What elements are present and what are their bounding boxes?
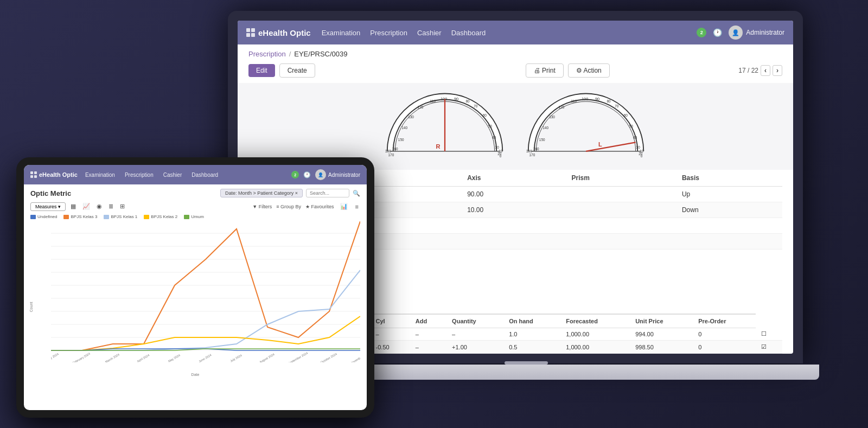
- admin-label: Administrator: [746, 29, 784, 36]
- tablet-chat-badge[interactable]: 2: [291, 171, 299, 178]
- logo-dot: [251, 33, 255, 37]
- next-button[interactable]: ›: [773, 65, 782, 76]
- tablet-nav-dashboard[interactable]: Dashboard: [192, 172, 218, 178]
- forecasted-cell: 994.00: [630, 328, 693, 341]
- logo-dot: [30, 171, 33, 174]
- axis-cell: 90.00: [459, 187, 564, 202]
- favourites-button[interactable]: ★ Favourites: [305, 204, 334, 209]
- logo-dot: [34, 175, 37, 178]
- nav-examination[interactable]: Examination: [322, 29, 361, 37]
- svg-text:120: 120: [418, 105, 424, 109]
- nav-prescription[interactable]: Prescription: [370, 29, 407, 37]
- svg-text:May 2024: May 2024: [168, 354, 181, 362]
- pagination-text: 17 / 22: [738, 67, 758, 74]
- svg-text:July 2024: July 2024: [229, 354, 242, 362]
- measures-button[interactable]: Measures ▾: [30, 202, 66, 211]
- svg-text:150: 150: [398, 138, 404, 142]
- basis-cell: Up: [674, 187, 782, 202]
- sph-cell: –: [371, 328, 410, 341]
- table-icon[interactable]: ≣: [107, 202, 115, 211]
- create-button[interactable]: Create: [279, 63, 315, 78]
- pivot-icon[interactable]: ⊞: [118, 202, 126, 211]
- tablet-screen: eHealth Optic Examination Prescription C…: [24, 165, 367, 410]
- legend-label: BPJS Kelas 2: [151, 214, 177, 219]
- svg-text:October 2024: October 2024: [320, 352, 337, 362]
- svg-text:70: 70: [615, 104, 619, 108]
- nav-dashboard[interactable]: Dashboard: [451, 29, 486, 37]
- tablet-logo-grid: [30, 171, 37, 178]
- chart-area: Count 0.00 10.00 20.00: [24, 221, 367, 379]
- tablet-nav-cashier[interactable]: Cashier: [163, 172, 182, 178]
- prism-cell: [564, 234, 674, 250]
- svg-text:40: 40: [633, 136, 637, 139]
- preorder-cell: ☑: [756, 341, 782, 354]
- chart-toolbar-right: ▼ Filters ≡ Group By ★ Favourites 📊 ≡: [252, 202, 360, 211]
- prism-cell: [564, 202, 674, 218]
- svg-text:140: 140: [401, 126, 407, 130]
- tablet-app-header: eHealth Optic Examination Prescription C…: [24, 165, 367, 184]
- svg-text:70: 70: [474, 104, 478, 108]
- group-by-button[interactable]: ≡ Group By: [276, 204, 301, 209]
- line-chart-icon[interactable]: 📈: [81, 202, 92, 211]
- x-axis-label: Date: [192, 373, 200, 376]
- svg-text:L: L: [598, 141, 602, 148]
- search-icon[interactable]: 🔍: [353, 190, 360, 197]
- chat-badge[interactable]: 2: [697, 28, 706, 37]
- col-header-axis: Axis: [459, 170, 564, 187]
- action-button[interactable]: ⚙ Action: [568, 63, 610, 78]
- clock-icon[interactable]: 🕐: [713, 28, 722, 37]
- legend-label: Umum: [191, 214, 204, 219]
- print-button[interactable]: 🖨 Print: [526, 63, 564, 78]
- list-view-icon[interactable]: ≡: [354, 202, 360, 211]
- svg-text:100: 100: [582, 97, 588, 101]
- prev-button[interactable]: ‹: [761, 65, 770, 76]
- svg-text:110: 110: [430, 99, 436, 103]
- forecasted-cell: 998.50: [630, 341, 693, 354]
- logo-grid-icon: [246, 28, 255, 37]
- pie-chart-icon[interactable]: ◉: [95, 202, 104, 211]
- svg-text:100: 100: [441, 97, 447, 101]
- svg-text:90: 90: [454, 97, 458, 101]
- unitprice-cell: 0: [693, 341, 756, 354]
- legend-item: BPJS Kelas 2: [144, 214, 177, 219]
- svg-text:40: 40: [492, 136, 496, 139]
- onhand-cell: 1,000.00: [560, 341, 630, 354]
- legend-color: [63, 215, 69, 219]
- right-eye-protractor: 100 110 120 130 140 150 160 170 180 90 8…: [385, 91, 505, 162]
- edit-button[interactable]: Edit: [248, 64, 275, 77]
- prism-cell: [564, 187, 674, 202]
- tablet-nav-examination[interactable]: Examination: [85, 172, 115, 178]
- svg-text:September 2024: September 2024: [288, 352, 309, 362]
- svg-text:130: 130: [408, 115, 414, 119]
- tablet-nav-prescription[interactable]: Prescription: [125, 172, 154, 178]
- tablet-logo-text: eHealth Optic: [39, 171, 78, 178]
- pagination: 17 / 22 ‹ ›: [738, 65, 782, 76]
- tablet-clock-icon[interactable]: 🕐: [303, 171, 311, 178]
- svg-text:170: 170: [388, 153, 394, 157]
- svg-text:0: 0: [641, 154, 643, 158]
- filter-bar: Date: Month > Patient Category × 🔍: [220, 189, 360, 197]
- logo-dot: [246, 28, 250, 32]
- svg-text:120: 120: [559, 105, 565, 109]
- svg-text:R: R: [436, 143, 441, 150]
- laptop-header-right: 2 🕐 👤 Administrator: [697, 25, 784, 40]
- svg-text:80: 80: [466, 99, 470, 103]
- breadcrumb-link[interactable]: Prescription: [248, 50, 286, 58]
- legend-item: BPJS Kelas 3: [63, 214, 97, 219]
- svg-text:10: 10: [640, 149, 644, 153]
- col-header-basis: Basis: [674, 170, 782, 187]
- bar-chart-icon[interactable]: ▦: [69, 202, 78, 211]
- laptop-logo: eHealth Optic: [246, 28, 311, 37]
- svg-text:60: 60: [624, 113, 628, 117]
- svg-text:160: 160: [533, 147, 539, 151]
- filter-tag[interactable]: Date: Month > Patient Category ×: [220, 189, 303, 197]
- tablet-header-right: 2 🕐 👤 Administrator: [291, 169, 360, 180]
- search-input[interactable]: [306, 189, 349, 197]
- chart-toolbar: Measures ▾ ▦ 📈 ◉ ≣ ⊞ ▼ Filters ≡ Group B…: [24, 200, 367, 213]
- nav-cashier[interactable]: Cashier: [417, 29, 442, 37]
- chart-view-icon[interactable]: 📊: [339, 202, 349, 211]
- sph-cell: -0.50: [371, 341, 410, 354]
- filters-button[interactable]: ▼ Filters: [252, 204, 272, 209]
- tablet-admin-badge: 👤 Administrator: [315, 169, 360, 180]
- svg-text:180: 180: [385, 149, 391, 153]
